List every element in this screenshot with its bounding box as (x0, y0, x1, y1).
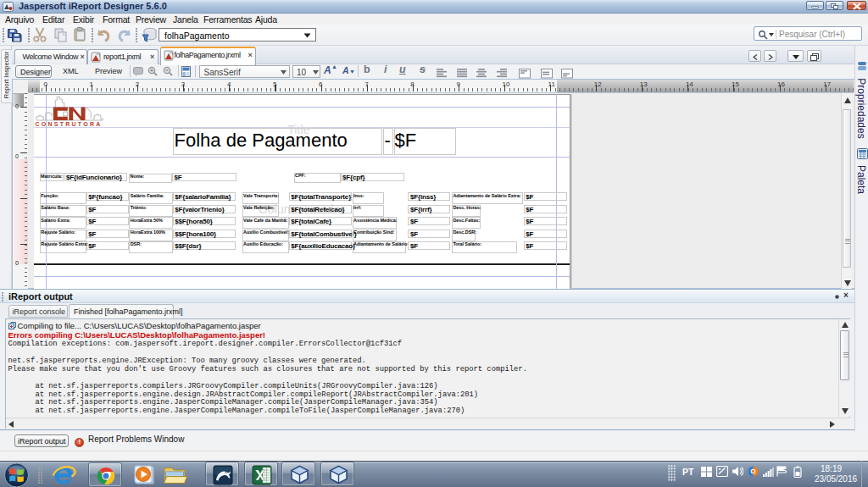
svg-text:CONSTRUTORA: CONSTRUTORA (36, 121, 103, 127)
